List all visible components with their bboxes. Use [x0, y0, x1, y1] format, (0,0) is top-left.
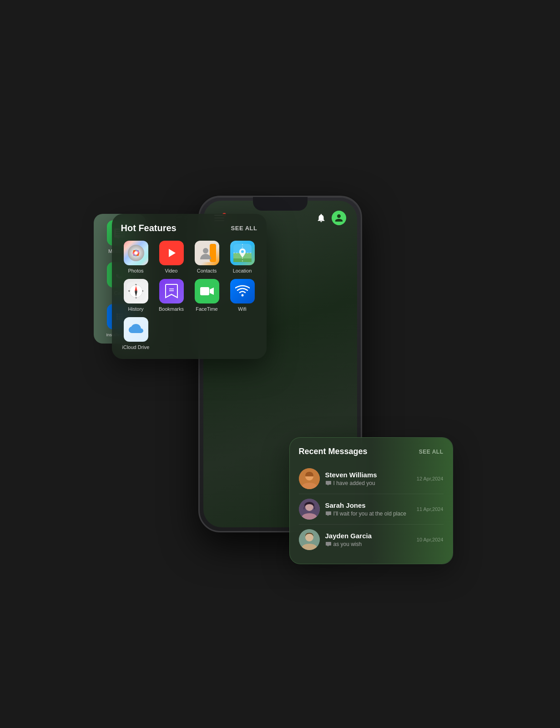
app-item-wifi[interactable]: Wifi: [227, 279, 257, 312]
msg-name-steven: Steven Williams: [325, 471, 411, 479]
avatar-steven: [299, 468, 320, 489]
msg-name-jayden: Jayden Garcia: [325, 532, 411, 540]
history-label: History: [128, 306, 143, 312]
msg-info-steven: Steven Williams I have added you: [325, 471, 411, 486]
wifi-label: Wifi: [238, 306, 246, 312]
video-label: Video: [165, 268, 178, 273]
message-item-steven[interactable]: Steven Williams I have added you 12 Apr,…: [299, 464, 444, 494]
location-label: Location: [233, 268, 252, 273]
svg-rect-30: [200, 287, 209, 295]
svg-text:S: S: [135, 297, 136, 299]
msg-date-jayden: 10 Apr,2024: [417, 537, 444, 542]
status-icons: [316, 211, 346, 225]
facetime-icon: [195, 279, 219, 303]
svg-point-9: [134, 251, 138, 255]
msg-preview-sarah: I'll wait for you at the old place: [325, 511, 411, 517]
wifi-icon: [230, 279, 255, 303]
location-icon: [230, 241, 255, 265]
svg-marker-31: [210, 288, 214, 295]
bell-icon[interactable]: [316, 213, 326, 223]
svg-rect-29: [169, 290, 174, 291]
svg-text:E: E: [142, 290, 143, 292]
msg-preview-steven: I have added you: [325, 480, 411, 486]
hot-features-panel: Hot Features SEE ALL: [112, 214, 267, 359]
notch: [253, 197, 308, 211]
hot-features-header: Hot Features SEE ALL: [121, 223, 257, 233]
msg-name-sarah: Sarah Jones: [325, 501, 411, 509]
app-item-video[interactable]: Video: [156, 241, 187, 273]
bookmarks-label: Bookmarks: [159, 306, 184, 312]
photos-label: Photos: [128, 268, 143, 273]
hot-features-see-all[interactable]: SEE ALL: [231, 225, 257, 232]
app-item-contacts[interactable]: Contacts: [192, 241, 222, 273]
app-grid: Photos Video: [121, 241, 257, 350]
contacts-label: Contacts: [197, 268, 217, 273]
svg-text:N: N: [135, 283, 136, 286]
svg-point-32: [241, 294, 243, 297]
hot-features-title: Hot Features: [121, 223, 177, 233]
app-item-history[interactable]: N S E W History: [121, 279, 151, 312]
contacts-icon: [195, 241, 219, 265]
svg-rect-28: [169, 288, 174, 289]
scene: Messages Calls Installed Apps Hot Featur…: [139, 159, 421, 569]
avatar-sarah: [299, 499, 320, 520]
messages-see-all[interactable]: SEE ALL: [419, 449, 444, 455]
msg-date-sarah: 11 Apr,2024: [417, 506, 444, 512]
photos-icon: [124, 241, 148, 265]
msg-date-steven: 12 Apr,2024: [417, 476, 444, 481]
facetime-label: FaceTime: [196, 306, 218, 312]
app-item-location[interactable]: Location: [227, 241, 257, 273]
svg-text:W: W: [128, 290, 130, 292]
app-item-bookmarks[interactable]: Bookmarks: [156, 279, 187, 312]
svg-point-13: [203, 248, 208, 253]
history-icon: N S E W: [124, 279, 148, 303]
message-item-jayden[interactable]: Jayden Garcia as you wish 10 Apr,2024: [299, 525, 444, 555]
app-item-facetime[interactable]: FaceTime: [192, 279, 222, 312]
bookmarks-icon: [159, 279, 184, 303]
video-icon: [159, 241, 184, 265]
message-item-sarah[interactable]: Sarah Jones I'll wait for you at the old…: [299, 494, 444, 525]
svg-marker-10: [169, 249, 176, 257]
svg-point-23: [135, 290, 137, 292]
recent-messages-panel: Recent Messages SEE ALL Steven Williams: [289, 437, 453, 564]
svg-point-17: [241, 250, 244, 253]
msg-info-jayden: Jayden Garcia as you wish: [325, 532, 411, 547]
avatar-jayden: [299, 529, 320, 550]
app-item-icloud[interactable]: iCloud Drive: [121, 317, 151, 350]
messages-header: Recent Messages SEE ALL: [299, 447, 444, 456]
msg-info-sarah: Sarah Jones I'll wait for you at the old…: [325, 501, 411, 517]
profile-icon[interactable]: [332, 211, 346, 225]
msg-preview-jayden: as you wish: [325, 541, 411, 547]
messages-title: Recent Messages: [299, 447, 368, 456]
icloud-icon: [124, 317, 148, 342]
icloud-label: iCloud Drive: [122, 344, 150, 350]
app-item-photos[interactable]: Photos: [121, 241, 151, 273]
